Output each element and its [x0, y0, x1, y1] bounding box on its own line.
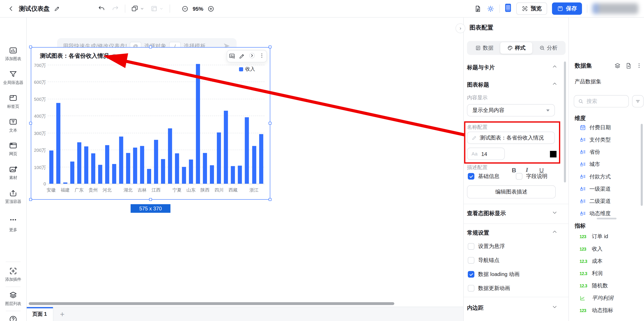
bar-内蒙古[interactable]: [168, 129, 172, 184]
italic-button[interactable]: I: [526, 166, 528, 173]
preview-button[interactable]: 预览: [516, 2, 547, 15]
tab-data[interactable]: 数据: [468, 42, 500, 54]
sidebar-item-more[interactable]: 更多: [0, 215, 26, 233]
bar-浙江[interactable]: [252, 146, 256, 184]
checkbox-basic-info[interactable]: 基础信息: [468, 172, 500, 180]
resize-handle-w[interactable]: [29, 122, 32, 125]
chart-widget-selected[interactable]: 测试图表：各省份收入情况 收入 700万600万500万400万300万200万…: [31, 47, 270, 200]
sidebar-item-help[interactable]: 帮助: [0, 315, 26, 321]
undo-icon[interactable]: [98, 5, 106, 13]
settings-gear-icon[interactable]: [487, 5, 494, 13]
mobile-preview-icon[interactable]: [505, 3, 511, 14]
dimension-scrollbar[interactable]: [641, 124, 643, 206]
bar-云南[interactable]: [245, 117, 249, 184]
edit-pencil-icon[interactable]: [54, 5, 60, 11]
bar-山东[interactable]: [189, 160, 193, 184]
bar-江西[interactable]: [154, 140, 158, 184]
collapse-icon[interactable]: [552, 81, 557, 86]
metric-item[interactable]: 123订单 id: [580, 233, 608, 240]
bar-新疆[interactable]: [238, 165, 242, 184]
bar-广东[interactable]: [77, 142, 81, 184]
bar-湖北[interactable]: [126, 153, 130, 184]
sidebar-item-global-filter[interactable]: 全局筛选器: [0, 70, 26, 86]
page-tab-active[interactable]: 页面 1: [26, 307, 54, 321]
bar-上海[interactable]: [210, 165, 214, 184]
sidebar-item-layer-list[interactable]: 图层列表: [0, 291, 26, 307]
tab-analysis[interactable]: 分析: [532, 42, 564, 54]
dimension-item[interactable]: 省份: [580, 149, 600, 156]
metric-item[interactable]: 12.3利润: [580, 270, 602, 277]
bar-广西[interactable]: [84, 146, 88, 184]
resize-handle-ne[interactable]: [268, 45, 272, 48]
resize-handle-n[interactable]: [149, 45, 152, 48]
dimension-item[interactable]: 城市: [580, 161, 600, 168]
collapse-icon[interactable]: [552, 229, 557, 234]
resize-handle-sw[interactable]: [29, 198, 32, 201]
back-icon[interactable]: [8, 5, 15, 12]
underline-button[interactable]: U: [539, 166, 544, 173]
bar-安徽[interactable]: [49, 151, 53, 183]
dimension-item[interactable]: 二级渠道: [580, 198, 611, 205]
content-display-select[interactable]: 显示全局内容: [467, 104, 555, 116]
bar-湖南[interactable]: [133, 148, 137, 184]
metric-item[interactable]: 12.3成本: [580, 258, 602, 265]
save-button[interactable]: 保存: [552, 2, 582, 15]
filter-sort-icon[interactable]: [632, 95, 644, 107]
switch-dataset-icon[interactable]: [625, 62, 632, 69]
dataset-name[interactable]: 产品数据集: [574, 78, 601, 85]
bar-重庆[interactable]: [259, 134, 263, 184]
metric-item[interactable]: 12.3随机数: [580, 282, 608, 290]
search-input[interactable]: 搜索: [574, 95, 629, 107]
checkbox-nav-anchor[interactable]: 导航锚点: [468, 257, 500, 264]
user-account-blurred[interactable]: [592, 3, 638, 14]
bar-福建[interactable]: [63, 182, 67, 184]
bar-山西[interactable]: [196, 64, 200, 184]
config-scrollbar[interactable]: [564, 61, 566, 182]
zoom-out-icon[interactable]: [182, 5, 188, 12]
resize-handle-e[interactable]: [268, 122, 272, 125]
bar-北京[interactable]: [56, 103, 60, 184]
bar-宁夏[interactable]: [175, 154, 179, 184]
dimension-item[interactable]: 一级渠道: [580, 185, 611, 193]
sidebar-item-text[interactable]: 文本: [0, 117, 26, 133]
resize-handle-s[interactable]: [149, 198, 152, 201]
dimension-item[interactable]: 付费日期: [580, 124, 611, 131]
tab-style[interactable]: 样式: [500, 42, 532, 54]
edit-chart-desc-button[interactable]: 编辑图表描述: [467, 185, 556, 198]
panel-collapse-button[interactable]: ›: [456, 23, 465, 33]
redo-icon[interactable]: [111, 5, 119, 13]
sidebar-item-add-plugin[interactable]: 添加插件: [0, 267, 26, 283]
sidebar-item-add-chart[interactable]: 添加图表: [0, 46, 26, 62]
metric-item[interactable]: 123动态指标: [580, 307, 613, 314]
metric-item[interactable]: 平均利润: [580, 294, 613, 302]
expand-chevron-icon[interactable]: [552, 210, 557, 215]
bar-辽宁[interactable]: [161, 159, 165, 184]
bar-天津[interactable]: [224, 111, 228, 184]
sidebar-item-tab-page[interactable]: 标签页: [0, 94, 26, 110]
metric-item[interactable]: 123收入: [580, 245, 602, 253]
expand-chevron-icon[interactable]: [552, 304, 557, 310]
bar-青海[interactable]: [182, 167, 186, 184]
checkbox-field-desc[interactable]: 字段说明: [516, 172, 548, 180]
bar-江苏[interactable]: [147, 169, 151, 184]
sidebar-item-media[interactable]: 素材: [0, 165, 26, 181]
bar-吉林[interactable]: [140, 146, 144, 184]
kebab-menu-icon[interactable]: [259, 52, 265, 60]
dimension-item-partial[interactable]: 动态维度: [580, 210, 611, 216]
checkbox-update-anim[interactable]: 数据更新动画: [468, 285, 510, 292]
checkbox-set-floating[interactable]: 设置为悬浮: [468, 243, 505, 250]
sidebar-item-pinned-container[interactable]: 置顶容器: [0, 189, 26, 205]
resize-handle-se[interactable]: [268, 198, 272, 201]
chevron-right-circle-icon[interactable]: [248, 52, 256, 60]
kebab-menu-icon[interactable]: [636, 62, 642, 71]
bring-front-button[interactable]: [131, 5, 144, 12]
export-doc-icon[interactable]: [474, 5, 482, 13]
resize-handle-nw[interactable]: [29, 45, 32, 48]
bar-海南[interactable]: [98, 165, 102, 184]
bar-河南[interactable]: [112, 164, 116, 184]
bar-甘肃[interactable]: [70, 161, 74, 184]
bar-四川[interactable]: [217, 132, 221, 184]
collapse-icon[interactable]: [552, 64, 557, 69]
bar-陕西[interactable]: [203, 153, 207, 184]
add-page-button[interactable]: +: [60, 307, 64, 321]
